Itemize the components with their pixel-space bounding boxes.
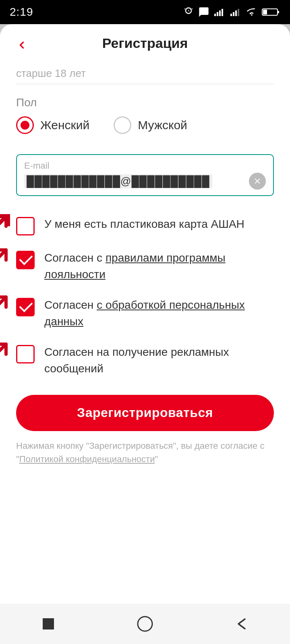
radio-female-circle [16,116,34,134]
register-button[interactable]: Зарегистрироваться [16,395,274,431]
checkbox-ads-label: Согласен на получение рекламных сообщени… [44,344,274,377]
checkbox-personal-data-box[interactable] [16,298,35,316]
wifi-icon [246,6,258,18]
age-hint: старше 18 лет [16,67,274,84]
svg-rect-7 [238,9,239,16]
checkbox-ads: Согласен на получение рекламных сообщени… [16,344,274,377]
battery-icon [262,6,280,18]
alarm-icon [183,6,194,18]
checkbox-personal-data: Согласен с обработкой персональных данны… [16,297,274,330]
checkbox-plastic-card: У меня есть пластиковая карта АШАН [16,216,274,235]
svg-rect-6 [235,10,237,16]
svg-rect-3 [222,9,223,16]
checkbox-personal-data-label: Согласен с обработкой персональных данны… [44,297,274,330]
svg-rect-2 [219,10,221,16]
svg-rect-9 [263,10,267,14]
gender-radio-group: Женский Мужской [16,116,274,134]
page-title: Регистрация [0,35,290,51]
svg-rect-10 [278,11,279,13]
nav-bar [0,604,290,644]
radio-male-label: Мужской [138,118,187,132]
svg-rect-4 [230,14,232,16]
arrow-indicator-3 [0,293,10,321]
svg-rect-5 [233,12,234,16]
svg-point-17 [138,617,152,631]
nav-home-button[interactable] [131,610,159,638]
checkbox-plastic-card-box[interactable] [16,217,35,235]
nav-back-button[interactable] [228,610,256,638]
checkbox-plastic-card-label: У меня есть пластиковая карта АШАН [44,216,274,233]
status-bar: 2:19 [0,0,290,24]
arrow-indicator-2 [0,246,10,274]
nav-square-button[interactable] [34,610,62,638]
email-value-row: ████████████@██████████ [24,173,266,190]
app-container: Регистрация старше 18 лет Пол Женский Му… [0,24,290,604]
status-time: 2:19 [10,6,33,19]
checkbox-ads-box[interactable] [16,345,35,363]
arrow-indicator-4 [0,340,10,368]
radio-female[interactable]: Женский [16,116,89,134]
checkboxes-section: У меня есть пластиковая карта АШАН Согла… [16,216,274,377]
svg-rect-1 [217,12,218,16]
email-clear-button[interactable] [249,173,266,190]
email-value: ████████████@██████████ [24,174,212,188]
radio-male[interactable]: Мужской [114,116,187,134]
arrow-indicator-1 [0,212,10,240]
status-icons [183,6,280,18]
back-button[interactable] [12,35,31,55]
signal1-icon [213,6,226,18]
privacy-note: Нажимая кнопку "Зарегистрироваться", вы … [16,439,274,466]
email-placeholder-label: E-mail [24,161,266,171]
radio-male-circle [114,116,131,134]
email-field-wrapper[interactable]: E-mail ████████████@██████████ [16,154,274,196]
checkbox-loyalty-rules-label: Согласен с правилами программы лояльност… [44,250,274,283]
gender-section-label: Пол [16,96,274,109]
svg-rect-0 [214,14,216,16]
signal2-icon [230,6,242,18]
svg-rect-16 [43,618,54,630]
checkbox-loyalty-rules: Согласен с правилами программы лояльност… [16,250,274,283]
content-scroll: старше 18 лет Пол Женский Мужской E-mail… [0,51,290,604]
radio-female-label: Женский [40,118,89,132]
message-icon [198,6,209,18]
checkbox-loyalty-rules-box[interactable] [16,251,35,269]
